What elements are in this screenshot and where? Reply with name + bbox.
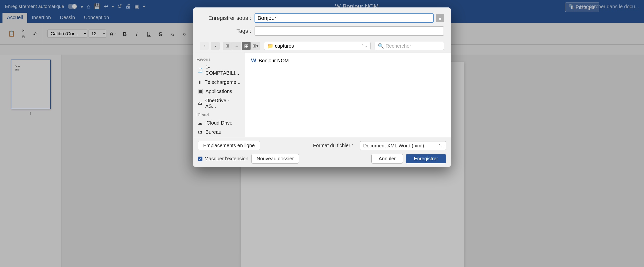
save-as-label: Enregistrer sous : bbox=[200, 15, 254, 21]
sidebar-item-label: 1-COMPTABILI... bbox=[206, 64, 240, 76]
online-locations-button[interactable]: Emplacements en ligne bbox=[198, 141, 260, 150]
cancel-button[interactable]: Annuler bbox=[371, 154, 403, 164]
view-column-btn[interactable]: ▦ bbox=[242, 42, 250, 50]
nav-forward-button[interactable]: › bbox=[211, 42, 220, 50]
sidebar-item-label: OneDrive - AS... bbox=[206, 98, 240, 109]
expand-icon: ▲ bbox=[438, 16, 442, 21]
dialog-sidebar: Favoris 📄 1-COMPTABILI... ⬇ Téléchargeme… bbox=[193, 53, 245, 137]
sidebar-item-onedrive[interactable]: 🗂 OneDrive - AS... bbox=[194, 96, 244, 111]
save-as-input[interactable] bbox=[254, 14, 434, 23]
hide-extension-text: Masquer l'extension bbox=[204, 156, 248, 162]
view-icon-btn[interactable]: ⊞ bbox=[223, 42, 232, 50]
location-bar: ‹ › ⊞ ≡ ▦ ⊞▾ 📁 captures ⌃⌄ 🔍 Rechercher bbox=[193, 39, 451, 52]
nav-back-button[interactable]: ‹ bbox=[200, 42, 209, 50]
sidebar-item-label: Bureau bbox=[206, 129, 222, 135]
sidebar-item-telechargements[interactable]: ⬇ Téléchargeme... bbox=[194, 78, 244, 87]
folder-arrows-icon: ⌃⌄ bbox=[361, 44, 368, 48]
footer-row1: Emplacements en ligne Format du fichier … bbox=[198, 141, 446, 150]
format-label: Format du fichier : bbox=[310, 143, 356, 148]
current-folder-pill[interactable]: 📁 captures ⌃⌄ bbox=[264, 42, 370, 50]
bureau-icon: 🗂 bbox=[198, 130, 203, 135]
current-folder-name: captures bbox=[275, 43, 294, 49]
save-button[interactable]: Enregistrer bbox=[406, 154, 446, 163]
footer-row2: ✓ Masquer l'extension Nouveau dossier An… bbox=[198, 154, 446, 164]
sidebar-item-applications[interactable]: 🔳 Applications bbox=[194, 87, 244, 96]
hide-extension-checkbox[interactable]: ✓ bbox=[198, 156, 202, 161]
file-item-bonjour[interactable]: W Bonjour NOM bbox=[248, 55, 448, 66]
sidebar-item-label: Téléchargeme... bbox=[204, 80, 240, 85]
format-select-wrapper: Document XML Word (.xml) ⌃⌄ bbox=[360, 141, 446, 150]
new-folder-button[interactable]: Nouveau dossier bbox=[251, 154, 299, 164]
sidebar-item-label: iCloud Drive bbox=[206, 120, 232, 126]
hide-extension-label[interactable]: ✓ Masquer l'extension bbox=[198, 156, 248, 162]
search-magnifier-icon: 🔍 bbox=[378, 43, 384, 49]
doc-icon: 📄 bbox=[198, 68, 203, 73]
tags-input[interactable] bbox=[254, 26, 444, 36]
file-name: Bonjour NOM bbox=[259, 58, 289, 64]
sidebar-item-documents[interactable]: 📄 Documents bbox=[194, 137, 244, 137]
download-icon: ⬇ bbox=[198, 80, 202, 85]
save-dialog: Enregistrer sous : ▲ Tags : ‹ › ⊞ ≡ ▦ ⊞▾… bbox=[193, 8, 451, 167]
applications-icon: 🔳 bbox=[198, 89, 203, 94]
search-placeholder-text: Rechercher bbox=[386, 43, 411, 49]
tags-row: Tags : bbox=[200, 26, 444, 36]
view-list-btn[interactable]: ≡ bbox=[232, 42, 241, 50]
view-buttons: ⊞ ≡ ▦ ⊞▾ bbox=[223, 42, 260, 50]
dialog-file-pane: W Bonjour NOM bbox=[245, 53, 451, 137]
dialog-footer: Emplacements en ligne Format du fichier … bbox=[193, 137, 451, 167]
word-file-icon: W bbox=[251, 57, 256, 64]
sidebar-item-comptabilite[interactable]: 📄 1-COMPTABILI... bbox=[194, 63, 244, 78]
sidebar-item-icloud-drive[interactable]: ☁ iCloud Drive bbox=[194, 118, 244, 128]
search-box[interactable]: 🔍 Rechercher bbox=[374, 42, 444, 50]
section-label-favoris: Favoris bbox=[193, 55, 245, 63]
expand-button[interactable]: ▲ bbox=[436, 14, 444, 22]
view-gallery-btn[interactable]: ⊞▾ bbox=[251, 42, 260, 50]
icloud-icon: ☁ bbox=[198, 120, 203, 126]
folder-icon: 📁 bbox=[267, 43, 274, 49]
dialog-body: Favoris 📄 1-COMPTABILI... ⬇ Téléchargeme… bbox=[193, 52, 451, 137]
folder-gray-icon: 🗂 bbox=[198, 101, 203, 106]
section-label-icloud: iCloud bbox=[193, 111, 245, 118]
save-as-row: Enregistrer sous : ▲ bbox=[200, 14, 444, 23]
dialog-header: Enregistrer sous : ▲ Tags : bbox=[193, 8, 451, 36]
format-select[interactable]: Document XML Word (.xml) bbox=[360, 141, 446, 150]
tags-label: Tags : bbox=[200, 28, 254, 34]
sidebar-item-bureau[interactable]: 🗂 Bureau bbox=[194, 128, 244, 137]
sidebar-item-label: Applications bbox=[206, 88, 232, 94]
